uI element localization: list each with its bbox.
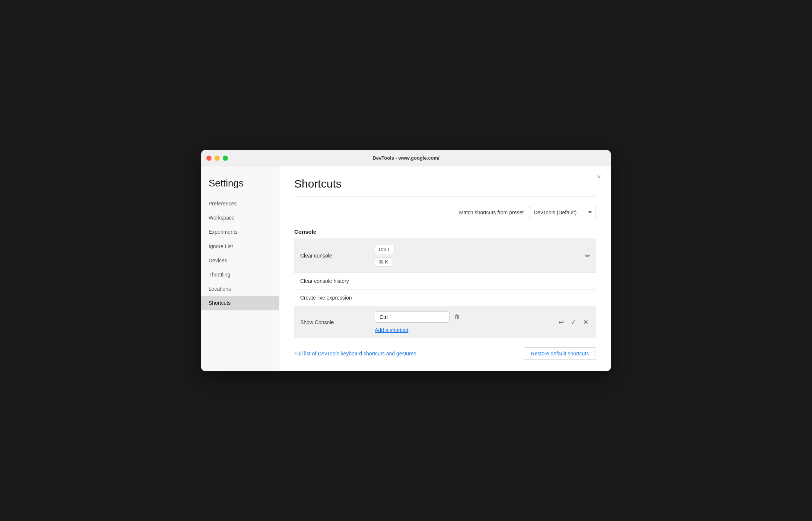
sidebar-item-throttling[interactable]: Throttling bbox=[201, 268, 279, 282]
close-traffic-light[interactable] bbox=[206, 156, 212, 161]
full-list-link[interactable]: Full list of DevTools keyboard shortcuts… bbox=[294, 351, 416, 357]
add-shortcut-link[interactable]: Add a shortcut bbox=[375, 327, 408, 333]
shortcut-keys-show-console: 🗑 Add a shortcut bbox=[369, 306, 551, 339]
shortcut-keys-live-expression bbox=[369, 290, 551, 306]
shortcut-actions-live-expression bbox=[551, 290, 596, 306]
sidebar-item-devices[interactable]: Devices bbox=[201, 253, 279, 268]
shortcut-keys-clear-history bbox=[369, 273, 551, 290]
shortcut-keys-clear-console: Ctrl L ⌘ K bbox=[369, 239, 551, 273]
shortcut-name-show-console: Show Console bbox=[294, 306, 369, 339]
shortcut-name-live-expression: Create live expression bbox=[294, 290, 369, 306]
shortcut-input-show-console[interactable] bbox=[375, 311, 450, 323]
divider bbox=[294, 196, 596, 196]
restore-defaults-button[interactable]: Restore default shortcuts bbox=[524, 347, 596, 360]
sidebar: Settings Preferences Workspace Experimen… bbox=[201, 166, 279, 371]
edit-icon-clear-console[interactable]: ✏ bbox=[585, 253, 590, 259]
sidebar-item-shortcuts[interactable]: Shortcuts bbox=[201, 296, 279, 310]
shortcut-edit-actions-show-console: ↩ ✓ ✕ bbox=[551, 306, 596, 339]
shortcut-row-show-console: Show Console 🗑 Add a shortcut ↩ bbox=[294, 306, 596, 339]
preset-select[interactable]: DevTools (Default) Visual Studio Code bbox=[529, 207, 596, 218]
shortcut-actions-clear-console: ✏ bbox=[551, 239, 596, 273]
sidebar-item-locations[interactable]: Locations bbox=[201, 282, 279, 296]
sidebar-item-ignore-list[interactable]: Ignore List bbox=[201, 239, 279, 253]
confirm-shortcut-button[interactable]: ✓ bbox=[569, 317, 578, 328]
sidebar-item-experiments[interactable]: Experiments bbox=[201, 225, 279, 239]
window-body: Settings Preferences Workspace Experimen… bbox=[201, 166, 611, 371]
window-title: DevTools - www.google.com/ bbox=[372, 155, 439, 161]
minimize-traffic-light[interactable] bbox=[215, 156, 220, 161]
shortcut-row-clear-console: Clear console Ctrl L ⌘ K ✏ bbox=[294, 239, 596, 273]
shortcut-name-clear-console: Clear console bbox=[294, 239, 369, 273]
shortcuts-table: Clear console Ctrl L ⌘ K ✏ Clear console… bbox=[294, 239, 596, 338]
main-content: × Shortcuts Match shortcuts from preset … bbox=[279, 166, 611, 371]
titlebar: DevTools - www.google.com/ bbox=[201, 150, 611, 166]
preset-label: Match shortcuts from preset bbox=[459, 210, 524, 215]
shortcut-row-clear-history: Clear console history bbox=[294, 273, 596, 290]
undo-shortcut-button[interactable]: ↩ bbox=[557, 317, 565, 328]
sidebar-heading: Settings bbox=[201, 174, 279, 196]
devtools-window: DevTools - www.google.com/ Settings Pref… bbox=[201, 150, 611, 371]
sidebar-item-preferences[interactable]: Preferences bbox=[201, 196, 279, 211]
preset-row: Match shortcuts from preset DevTools (De… bbox=[294, 207, 596, 218]
sidebar-item-workspace[interactable]: Workspace bbox=[201, 211, 279, 225]
kbd-cmd-k: ⌘ K bbox=[375, 257, 392, 266]
close-button[interactable]: × bbox=[594, 172, 603, 181]
cancel-shortcut-button[interactable]: ✕ bbox=[581, 317, 590, 328]
shortcut-row-live-expression: Create live expression bbox=[294, 290, 596, 306]
delete-shortcut-button[interactable]: 🗑 bbox=[453, 312, 461, 322]
traffic-lights bbox=[206, 156, 228, 161]
page-title: Shortcuts bbox=[294, 178, 596, 190]
maximize-traffic-light[interactable] bbox=[223, 156, 228, 161]
shortcut-actions-clear-history bbox=[551, 273, 596, 290]
footer-row: Full list of DevTools keyboard shortcuts… bbox=[294, 347, 596, 360]
kbd-ctrl-l: Ctrl L bbox=[375, 245, 394, 254]
console-section-label: Console bbox=[294, 228, 596, 235]
shortcut-name-clear-history: Clear console history bbox=[294, 273, 369, 290]
